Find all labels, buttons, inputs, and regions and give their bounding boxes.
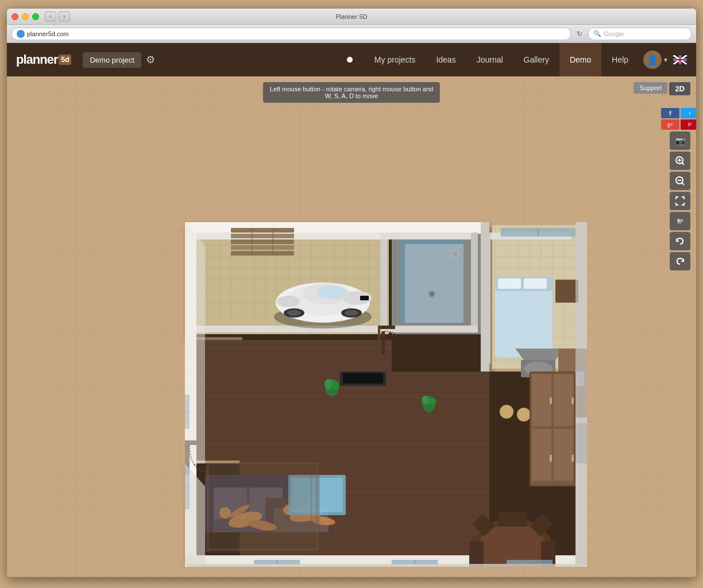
twitter-share-button[interactable]: t — [681, 108, 696, 118]
logo-suffix: 5d — [59, 55, 71, 65]
nav-ideas[interactable]: Ideas — [426, 43, 466, 76]
forward-button[interactable]: › — [59, 11, 70, 22]
svg-rect-79 — [555, 280, 578, 303]
project-name[interactable]: Demo project — [83, 52, 141, 68]
nav-help[interactable]: Help — [601, 43, 639, 76]
svg-rect-66 — [400, 239, 463, 244]
zoom-in-button[interactable] — [670, 152, 690, 170]
svg-rect-143 — [381, 331, 385, 354]
svg-point-63 — [345, 310, 358, 316]
svg-marker-157 — [185, 564, 587, 567]
nav-separator-dot — [347, 57, 353, 63]
svg-marker-155 — [185, 222, 205, 463]
svg-marker-36 — [185, 222, 489, 234]
uk-flag-icon — [673, 55, 687, 64]
social-share-buttons: f t g+ P — [670, 108, 690, 130]
fullscreen-button[interactable] — [670, 192, 690, 210]
svg-point-100 — [429, 397, 436, 405]
svg-rect-67 — [400, 239, 405, 323]
facebook-share-button[interactable]: f — [661, 108, 679, 118]
language-flag[interactable] — [673, 55, 687, 64]
svg-rect-92 — [343, 373, 383, 384]
camera-icon: 📷 — [675, 136, 685, 145]
units-button[interactable]: ft² — [670, 212, 690, 230]
svg-rect-120 — [205, 461, 320, 552]
svg-rect-140 — [571, 455, 574, 462]
svg-rect-49 — [231, 245, 294, 250]
svg-rect-39 — [380, 233, 387, 329]
user-avatar[interactable]: 👤 — [643, 51, 662, 69]
svg-rect-41 — [380, 233, 478, 239]
logo-text: planner — [16, 52, 57, 67]
floor-plan-3d — [116, 130, 587, 567]
svg-point-88 — [500, 405, 513, 419]
svg-rect-77 — [524, 278, 547, 289]
gplus-share-button[interactable]: g+ — [661, 119, 679, 130]
minimize-button[interactable] — [22, 13, 29, 20]
redo-button[interactable] — [670, 252, 690, 270]
floor-plan-viewport[interactable] — [116, 130, 587, 567]
navbar: planner 5d Demo project ⚙ My projects Id… — [7, 43, 696, 76]
svg-marker-84 — [515, 349, 564, 360]
user-dropdown-arrow[interactable]: ▼ — [663, 57, 669, 63]
svg-rect-80 — [378, 326, 395, 329]
svg-rect-48 — [231, 239, 294, 244]
nav-gallery[interactable]: Gallery — [513, 43, 559, 76]
svg-point-95 — [325, 379, 333, 389]
main-viewport[interactable]: Left mouse button - rotate camera, right… — [7, 76, 696, 577]
zoom-out-button[interactable] — [670, 172, 690, 190]
logo[interactable]: planner 5d — [16, 52, 71, 67]
camera-tooltip: Left mouse button - rotate camera, right… — [263, 82, 440, 103]
units-icon: ft² — [677, 218, 683, 225]
undo-icon — [675, 236, 685, 246]
svg-rect-81 — [378, 326, 380, 343]
zoom-in-icon — [675, 156, 685, 166]
app-content: planner 5d Demo project ⚙ My projects Id… — [7, 43, 696, 577]
tooltip-text: Left mouse button - rotate camera, right… — [270, 86, 433, 99]
svg-point-69 — [452, 251, 458, 257]
svg-point-57 — [317, 285, 346, 299]
undo-button[interactable] — [670, 232, 690, 250]
address-text: planner5d.com — [27, 30, 69, 37]
nav-demo[interactable]: Demo — [559, 43, 601, 76]
svg-rect-125 — [498, 512, 527, 527]
svg-rect-46 — [231, 228, 294, 233]
zoom-out-icon — [675, 176, 685, 186]
pinterest-share-button[interactable]: P — [681, 119, 696, 130]
svg-rect-136 — [554, 429, 573, 481]
address-field[interactable]: planner5d.com — [11, 28, 571, 40]
browser-window: ‹ › Planner 5D planner5d.com ↻ 🔍 Google … — [7, 9, 696, 577]
settings-button[interactable]: ⚙ — [146, 53, 155, 66]
svg-rect-47 — [231, 234, 294, 238]
nav-my-projects[interactable]: My projects — [364, 43, 426, 76]
svg-rect-42 — [471, 233, 478, 329]
back-button[interactable]: ‹ — [45, 11, 56, 22]
svg-line-13 — [682, 183, 684, 185]
close-button[interactable] — [11, 13, 18, 20]
svg-point-71 — [430, 292, 434, 296]
svg-rect-137 — [550, 397, 552, 404]
svg-rect-135 — [532, 429, 551, 481]
maximize-button[interactable] — [32, 13, 39, 20]
svg-line-10 — [682, 163, 684, 165]
nav-links: My projects Ideas Journal Gallery Demo H… — [364, 43, 639, 76]
search-field[interactable]: 🔍 Google — [588, 28, 692, 40]
svg-point-89 — [517, 408, 531, 421]
refresh-button[interactable]: ↻ — [574, 29, 585, 39]
right-sidebar: f t g+ P 📷 — [670, 108, 690, 270]
svg-rect-45 — [484, 233, 490, 363]
svg-rect-64 — [360, 296, 369, 300]
search-placeholder: Google — [604, 30, 624, 37]
svg-point-96 — [332, 381, 339, 390]
browser-window-controls — [11, 13, 39, 20]
svg-point-59 — [277, 296, 300, 307]
nav-journal[interactable]: Journal — [466, 43, 513, 76]
svg-rect-134 — [554, 374, 573, 426]
support-button[interactable]: Support — [634, 82, 667, 94]
svg-marker-156 — [575, 222, 587, 564]
fullscreen-icon — [675, 196, 685, 206]
screenshot-button[interactable]: 📷 — [670, 131, 690, 150]
svg-rect-76 — [498, 278, 521, 289]
view-2d-button[interactable]: 2D — [669, 82, 690, 95]
ssl-icon — [17, 30, 25, 38]
